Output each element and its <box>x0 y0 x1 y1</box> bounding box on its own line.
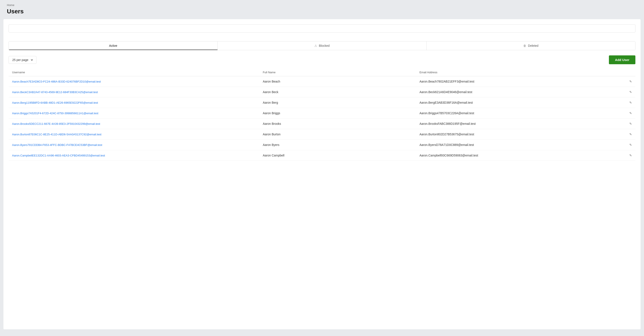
edit-button[interactable]: ✎ <box>604 140 636 150</box>
add-user-button[interactable]: Add User <box>609 55 636 64</box>
full-name-cell: Aaron Berg <box>259 97 416 108</box>
username-link[interactable]: Aaron.Briggs7A5201F4-672D-424C-8750-3998… <box>12 112 98 115</box>
page-title: Users <box>7 8 637 15</box>
table-row: Aaron.Beach7E3AD8C0-FC24-486A-B33D-62407… <box>8 76 636 87</box>
username-link[interactable]: Aaron.Burton87E06C1C-8E25-411D-ABD6-5AA0… <box>12 133 102 136</box>
blocked-icon: ⚠ <box>314 44 317 48</box>
tab-blocked-label: Blocked <box>319 44 330 48</box>
edit-button[interactable]: ✎ <box>604 119 636 129</box>
email-cell: Aaron.Beck621A6D4E9046@email.test <box>416 87 604 97</box>
col-header-action <box>604 69 636 76</box>
table-row: Aaron.BeckC3AB2A47-8743-4569-9E12-684F30… <box>8 87 636 97</box>
email-cell: Aaron.Burton802D27B53675@email.test <box>416 129 604 140</box>
username-link[interactable]: Aaron.BeckC3AB2A47-8743-4569-9E12-684F30… <box>12 91 98 94</box>
edit-button[interactable]: ✎ <box>604 108 636 119</box>
username-link[interactable]: Aaron.CampbellEE132DC1-AA96-4603-AEA3-CF… <box>12 154 105 157</box>
username-link[interactable]: Aaron.Byers791CDDB4-F653-4FFC-BDBC-F47BC… <box>12 143 102 147</box>
email-cell: Aaron.Beach7802AB21EFF3@email.test <box>416 76 604 87</box>
edit-button[interactable]: ✎ <box>604 129 636 140</box>
toolbar-row: 25 per page 50 per page 100 per page Add… <box>8 55 636 64</box>
search-wrapper: ⚲ <box>8 24 636 37</box>
full-name-cell: Aaron Beck <box>259 87 416 97</box>
table-row: Aaron.Byers791CDDB4-F653-4FFC-BDBC-F47BC… <box>8 140 636 150</box>
edit-button[interactable]: ✎ <box>604 87 636 97</box>
tab-active-label: Active <box>109 44 117 48</box>
tabs-row: Active ⚠ Blocked 🗑 Deleted <box>8 41 636 50</box>
table-row: Aaron.CampbellEE132DC1-AA96-4603-AEA3-CF… <box>8 150 636 161</box>
tab-deleted[interactable]: 🗑 Deleted <box>426 41 635 50</box>
deleted-icon: 🗑 <box>523 44 526 48</box>
full-name-cell: Aaron Brooks <box>259 119 416 129</box>
table-row: Aaron.Burton87E06C1C-8E25-411D-ABD6-5AA0… <box>8 129 636 140</box>
edit-button[interactable]: ✎ <box>604 97 636 108</box>
full-name-cell: Aaron Byers <box>259 140 416 150</box>
tab-deleted-label: Deleted <box>528 44 538 48</box>
users-table: Username Full Name Email Address Aaron.B… <box>8 69 636 161</box>
username-link[interactable]: Aaron.Beach7E3AD8C0-FC24-486A-B33D-62407… <box>12 80 101 83</box>
tab-blocked[interactable]: ⚠ Blocked <box>218 41 426 50</box>
full-name-cell: Aaron Beach <box>259 76 416 87</box>
email-cell: Aaron.BrooksFABC388D195F@email.test <box>416 119 604 129</box>
table-row: Aaron.Briggs7A5201F4-672D-424C-8750-3998… <box>8 108 636 119</box>
col-header-fullname: Full Name <box>259 69 416 76</box>
email-cell: Aaron.BergE3AB3D36F16A@email.test <box>416 97 604 108</box>
email-cell: Aaron.ByersD78A71D0C889@email.test <box>416 140 604 150</box>
email-cell: Aaron.Briggs47B5703C226A@email.test <box>416 108 604 119</box>
col-header-email: Email Address <box>416 69 604 76</box>
username-link[interactable]: Aaron.Berg1195B8FD-6ABB-48D1-AE26-6965E9… <box>12 101 98 104</box>
full-name-cell: Aaron Briggs <box>259 108 416 119</box>
table-row: Aaron.Berg1195B8FD-6ABB-48D1-AE26-6965E9… <box>8 97 636 108</box>
username-link[interactable]: Aaron.Brooks5DECC211-667E-4A39-85E3-2F59… <box>12 122 100 125</box>
col-header-username: Username <box>8 69 259 76</box>
per-page-dropdown[interactable]: 25 per page 50 per page 100 per page <box>8 56 36 64</box>
edit-button[interactable]: ✎ <box>604 76 636 87</box>
search-input[interactable] <box>8 24 636 33</box>
table-header-row: Username Full Name Email Address <box>8 69 636 76</box>
breadcrumb: Home <box>7 4 637 7</box>
table-row: Aaron.Brooks5DECC211-667E-4A39-85E3-2F59… <box>8 119 636 129</box>
full-name-cell: Aaron Campbell <box>259 150 416 161</box>
tab-active[interactable]: Active <box>9 41 218 50</box>
email-cell: Aaron.Campbell93C669D59063@email.test <box>416 150 604 161</box>
full-name-cell: Aaron Burton <box>259 129 416 140</box>
edit-button[interactable]: ✎ <box>604 150 636 161</box>
per-page-select-input[interactable]: 25 per page 50 per page 100 per page <box>12 58 34 62</box>
